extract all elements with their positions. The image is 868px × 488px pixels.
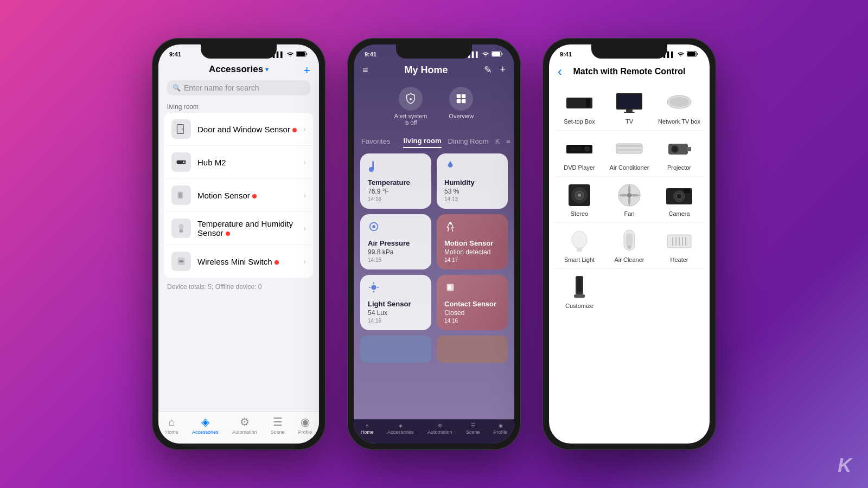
category-projector[interactable]: Projector bbox=[654, 131, 704, 177]
tab-profile-2[interactable]: ◉ Profile bbox=[494, 423, 508, 435]
contact-icon bbox=[444, 281, 500, 297]
time-1: 9:41 bbox=[169, 51, 181, 57]
tab-bar-1: ⌂ Home ◈ Accessories ⚙ Automation ☰ Scen… bbox=[158, 412, 319, 444]
svg-point-7 bbox=[184, 162, 186, 163]
tab-automation-label: Automation bbox=[232, 429, 257, 435]
status-icons-3: ▌▌▌ bbox=[663, 51, 699, 58]
list-item[interactable]: Motion Sensor › bbox=[164, 179, 314, 212]
svg-rect-15 bbox=[492, 52, 500, 56]
category-stereo[interactable]: Stereo bbox=[554, 177, 604, 223]
chevron-switch: › bbox=[303, 257, 306, 266]
category-ac[interactable]: Air Conditioner bbox=[604, 131, 654, 177]
list-item[interactable]: Wireless Mini Switch › bbox=[164, 245, 314, 278]
svg-point-49 bbox=[672, 146, 678, 152]
sensor-contact[interactable]: Contact Sensor Closed 14:16 bbox=[437, 275, 508, 330]
accessories-arrow: ▾ bbox=[265, 66, 269, 73]
category-heater[interactable]: Heater bbox=[654, 223, 704, 269]
pressure-name: Air Pressure bbox=[368, 239, 424, 247]
edit-icon[interactable]: ✎ bbox=[484, 64, 492, 76]
category-tv[interactable]: TV bbox=[604, 85, 654, 131]
device-totals: Device totals: 5; Offline device: 0 bbox=[158, 278, 319, 296]
section-label: living room bbox=[158, 101, 319, 113]
list-item[interactable]: Temperature and Humidity Sensor › bbox=[164, 212, 314, 245]
sensor-pressure[interactable]: Air Pressure 99.8 kPa 14:15 bbox=[360, 214, 431, 269]
overview-item[interactable]: Overview bbox=[449, 87, 474, 126]
sensor-motion[interactable]: Motion Sensor Motion detected 14:17 bbox=[437, 214, 508, 269]
tab-profile-2-label: Profile bbox=[494, 429, 508, 435]
battery-icon-3 bbox=[687, 51, 699, 58]
motion-time: 14:17 bbox=[444, 257, 500, 263]
aircleaner-img bbox=[614, 229, 644, 253]
tab-scene-2[interactable]: ☰ Scene bbox=[466, 423, 480, 435]
projector-img bbox=[664, 137, 694, 161]
svg-point-60 bbox=[677, 194, 681, 198]
tab-automation[interactable]: ⚙ Automation bbox=[232, 415, 257, 435]
search-bar[interactable]: 🔍 Enter name for search bbox=[167, 80, 310, 95]
category-customize[interactable]: Customize bbox=[554, 269, 604, 314]
sensor-light[interactable]: Light Sensor 54 Lux 14:16 bbox=[360, 275, 431, 330]
shield-icon bbox=[399, 87, 423, 111]
home-header: ≡ My Home ✎ + bbox=[354, 61, 514, 81]
tab-automation-2[interactable]: ⚙ Automation bbox=[427, 423, 452, 435]
category-aircleaner[interactable]: Air Cleaner bbox=[604, 223, 654, 269]
svg-rect-37 bbox=[626, 110, 633, 112]
svg-point-40 bbox=[669, 97, 689, 107]
list-item[interactable]: Door and Window Sensor › bbox=[164, 113, 314, 146]
add-icon[interactable]: + bbox=[500, 64, 506, 76]
offline-dot-temp bbox=[226, 232, 230, 236]
temp-icon bbox=[368, 160, 424, 175]
category-camera[interactable]: Camera bbox=[654, 177, 704, 223]
humidity-time: 14:13 bbox=[444, 196, 500, 202]
tab-dining-room[interactable]: Dining Room bbox=[448, 135, 489, 147]
svg-point-43 bbox=[585, 147, 589, 151]
tab-more-icon[interactable]: ≡ bbox=[506, 135, 510, 147]
phone-1-screen: 9:41 ▌▌▌ Accessories ▾ + 🔍 Enter name fo… bbox=[158, 44, 319, 444]
notch-1 bbox=[201, 44, 277, 59]
add-button[interactable]: + bbox=[303, 63, 310, 78]
fan-label: Fan bbox=[624, 210, 635, 217]
sensor-humidity[interactable]: Humidity 53 % 14:13 bbox=[437, 153, 508, 209]
tab-automation-2-label: Automation bbox=[427, 429, 452, 435]
svg-rect-9 bbox=[178, 192, 182, 198]
tab-living-room[interactable]: living room bbox=[403, 134, 441, 148]
tab-favorites[interactable]: Favorites bbox=[361, 135, 390, 147]
svg-point-54 bbox=[578, 194, 581, 197]
remote-header: ‹ Match with Remote Control bbox=[549, 61, 710, 85]
svg-rect-1 bbox=[297, 52, 305, 56]
scene-icon-2: ☰ bbox=[471, 423, 475, 428]
svg-point-56 bbox=[627, 193, 631, 197]
tab-accessories-2[interactable]: ◈ Accessories bbox=[387, 423, 414, 435]
menu-icon[interactable]: ≡ bbox=[362, 65, 368, 76]
list-item[interactable]: Hub M2 › bbox=[164, 146, 314, 179]
room-tabs: Favorites living room Dining Room K ≡ bbox=[354, 134, 514, 153]
device-icon-motion bbox=[171, 185, 191, 205]
tab-home[interactable]: ⌂ Home bbox=[165, 416, 178, 435]
tab-home-2[interactable]: ⌂ Home bbox=[361, 423, 374, 435]
tab-accessories[interactable]: ◈ Accessories bbox=[192, 415, 219, 435]
heater-label: Heater bbox=[670, 256, 688, 263]
tab-profile[interactable]: ◉ Profile bbox=[298, 415, 312, 435]
svg-point-11 bbox=[180, 229, 183, 233]
category-nettvbox[interactable]: Network TV box bbox=[654, 85, 704, 131]
scene-icon: ☰ bbox=[273, 415, 283, 428]
svg-point-62 bbox=[572, 231, 587, 248]
category-fan[interactable]: Fan bbox=[604, 177, 654, 223]
time-3: 9:41 bbox=[560, 51, 572, 57]
back-button[interactable]: ‹ bbox=[558, 64, 562, 79]
projector-label: Projector bbox=[667, 164, 691, 171]
svg-rect-30 bbox=[448, 285, 451, 289]
category-dvd[interactable]: DVD Player bbox=[554, 131, 604, 177]
category-smartlight[interactable]: Smart Light bbox=[554, 223, 604, 269]
device-icon-temp bbox=[171, 219, 191, 238]
tab-k[interactable]: K bbox=[495, 135, 500, 147]
sensor-temperature[interactable]: Temperature 76.9 °F 14:16 bbox=[360, 153, 431, 209]
tab-home-2-label: Home bbox=[361, 429, 374, 435]
light-name: Light Sensor bbox=[368, 300, 424, 308]
light-icon bbox=[368, 281, 424, 297]
tab-scene[interactable]: ☰ Scene bbox=[271, 415, 285, 435]
motion-name: Motion Sensor bbox=[444, 239, 500, 247]
alert-system-item[interactable]: Alert systemis off bbox=[394, 87, 427, 126]
category-settopbox[interactable]: Set-top Box bbox=[554, 85, 604, 131]
header-actions: ✎ + bbox=[484, 64, 506, 76]
svg-rect-36 bbox=[617, 94, 641, 108]
